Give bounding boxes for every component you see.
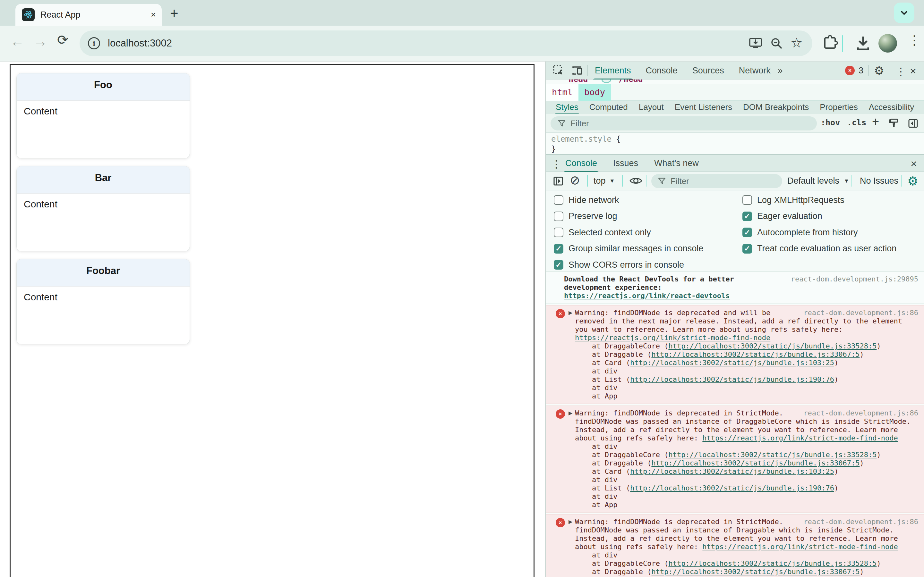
drawer-close-icon[interactable]: × bbox=[911, 157, 917, 170]
extensions-puzzle-icon[interactable] bbox=[821, 34, 838, 51]
drawer-menu-kebab-icon[interactable]: ⋮ bbox=[551, 158, 561, 170]
tab-sources[interactable]: Sources bbox=[692, 66, 724, 76]
message-link[interactable]: https://reactjs.org/link/react-devtools bbox=[564, 292, 730, 300]
styles-filter-input[interactable]: Filter bbox=[551, 116, 817, 131]
checkbox[interactable] bbox=[554, 211, 564, 221]
expand-caret-icon[interactable]: ▶ bbox=[569, 309, 572, 316]
tab-layout[interactable]: Layout bbox=[639, 102, 664, 112]
browser-menu-kebab-icon[interactable]: ⋮ bbox=[908, 33, 921, 47]
message-link[interactable]: http://localhost:3002/static/js/bundle.j… bbox=[651, 350, 859, 358]
checkbox[interactable]: ✓ bbox=[554, 260, 564, 269]
checkbox[interactable]: ✓ bbox=[554, 244, 564, 253]
site-info-icon[interactable]: i bbox=[88, 37, 100, 49]
url-text[interactable]: localhost:3002 bbox=[108, 37, 172, 49]
tab-event-listeners[interactable]: Event Listeners bbox=[675, 102, 732, 112]
sidebar-panel-icon[interactable] bbox=[908, 118, 918, 129]
devtools-settings-gear-icon[interactable]: ⚙ bbox=[874, 64, 884, 77]
error-count[interactable]: 3 bbox=[859, 66, 863, 76]
draggable-card[interactable]: BarContent bbox=[16, 166, 190, 251]
message-line: at div bbox=[575, 492, 918, 501]
expand-caret-icon[interactable]: ▶ bbox=[569, 519, 572, 525]
breadcrumb-body[interactable]: body bbox=[578, 84, 611, 101]
close-tab-icon[interactable]: × bbox=[151, 10, 156, 20]
rendering-brush-icon[interactable] bbox=[889, 118, 899, 129]
console-filter-input[interactable]: Filter bbox=[651, 174, 782, 188]
message-link[interactable]: http://localhost:3002/static/js/bundle.j… bbox=[668, 451, 877, 459]
message-link[interactable]: https://reactjs.org/link/strict-mode-fin… bbox=[702, 434, 898, 442]
dom-tree-clipped-row[interactable]: head /head bbox=[546, 79, 924, 84]
source-location-link[interactable]: react-dom.development.js:86 bbox=[803, 309, 918, 317]
more-tabs-chevron-icon[interactable]: » bbox=[778, 65, 783, 76]
message-link[interactable]: http://localhost:3002/static/js/bundle.j… bbox=[630, 359, 834, 367]
forward-icon[interactable]: → bbox=[33, 33, 47, 49]
device-toolbar-icon[interactable] bbox=[572, 65, 583, 76]
tab-dom-breakpoints[interactable]: DOM Breakpoints bbox=[743, 102, 809, 112]
new-tab-icon[interactable]: + bbox=[170, 5, 178, 21]
message-link[interactable]: http://localhost:3002/static/js/bundle.j… bbox=[651, 568, 859, 576]
card-header[interactable]: Foobar bbox=[17, 259, 190, 287]
log-levels-dropdown[interactable]: Default levels▼ bbox=[787, 176, 849, 186]
card-header[interactable]: Bar bbox=[17, 166, 190, 193]
checkbox[interactable] bbox=[554, 195, 564, 205]
checkbox[interactable]: ✓ bbox=[742, 244, 752, 253]
checkbox[interactable]: ✓ bbox=[742, 227, 752, 237]
install-app-icon[interactable] bbox=[749, 37, 762, 50]
back-icon[interactable]: ← bbox=[10, 33, 24, 49]
zoom-out-icon[interactable] bbox=[770, 37, 783, 50]
tab-styles[interactable]: Styles bbox=[556, 102, 578, 112]
message-link[interactable]: http://localhost:3002/static/js/bundle.j… bbox=[630, 484, 834, 492]
tab-network[interactable]: Network bbox=[739, 66, 771, 76]
message-link[interactable]: http://localhost:3002/static/js/bundle.j… bbox=[668, 342, 877, 350]
card-header[interactable]: Foo bbox=[17, 73, 190, 101]
message-link[interactable]: http://localhost:3002/static/js/bundle.j… bbox=[630, 376, 834, 384]
source-location-link[interactable]: react-dom.development.js:86 bbox=[803, 518, 918, 526]
expand-caret-icon[interactable]: ▶ bbox=[569, 410, 572, 416]
checkbox[interactable]: ✓ bbox=[742, 211, 752, 221]
message-link[interactable]: https://reactjs.org/link/strict-mode-fin… bbox=[702, 543, 898, 551]
message-link[interactable]: https://reactjs.org/link/strict-mode-fin… bbox=[575, 334, 771, 342]
draggable-card[interactable]: FoobarContent bbox=[16, 259, 190, 344]
bookmark-star-icon[interactable]: ☆ bbox=[790, 35, 803, 51]
element-style-rule[interactable]: element.style { } bbox=[546, 133, 924, 154]
url-bar[interactable]: i localhost:3002 ☆ bbox=[79, 31, 813, 56]
console-error-message[interactable]: ×▶react-dom.development.js:86Warning: fi… bbox=[546, 514, 924, 577]
drawer-tab-console[interactable]: Console bbox=[565, 158, 597, 168]
draggable-card[interactable]: FooContent bbox=[16, 73, 190, 158]
console-settings-gear-icon[interactable]: ⚙ bbox=[907, 174, 918, 188]
source-location-link[interactable]: react-dom.development.js:29895 bbox=[791, 275, 918, 284]
checkbox[interactable] bbox=[554, 227, 564, 237]
message-link[interactable]: http://localhost:3002/static/js/bundle.j… bbox=[668, 559, 877, 567]
message-link[interactable]: http://localhost:3002/static/js/bundle.j… bbox=[630, 467, 834, 475]
error-badge-icon[interactable]: × bbox=[845, 66, 855, 75]
downloads-icon[interactable] bbox=[855, 35, 871, 51]
tab-search-chevron-icon[interactable] bbox=[894, 3, 914, 23]
console-error-message[interactable]: ×▶react-dom.development.js:86Warning: fi… bbox=[546, 305, 924, 404]
devtools-menu-kebab-icon[interactable]: ⋮ bbox=[896, 65, 906, 77]
drawer-tab-issues[interactable]: Issues bbox=[613, 158, 638, 168]
toggle-class-button[interactable]: .cls bbox=[847, 118, 866, 127]
breadcrumb-html[interactable]: html bbox=[546, 84, 578, 101]
checkbox[interactable] bbox=[742, 195, 752, 205]
execution-context-selector[interactable]: top▼ bbox=[594, 176, 615, 186]
console-sidebar-icon[interactable] bbox=[553, 176, 564, 186]
tab-properties[interactable]: Properties bbox=[820, 102, 858, 112]
message-link[interactable]: http://localhost:3002/static/js/bundle.j… bbox=[651, 459, 859, 467]
source-location-link[interactable]: react-dom.development.js:86 bbox=[803, 409, 918, 417]
live-expression-eye-icon[interactable] bbox=[630, 176, 642, 185]
clear-console-icon[interactable]: ⊘ bbox=[570, 173, 580, 187]
tab-elements[interactable]: Elements bbox=[595, 66, 631, 76]
inspect-element-icon[interactable] bbox=[553, 65, 564, 76]
drawer-tab-what-s-new[interactable]: What's new bbox=[654, 158, 699, 168]
profile-avatar[interactable] bbox=[879, 34, 897, 53]
new-style-rule-button[interactable]: + bbox=[872, 115, 879, 129]
toggle-hover-state-button[interactable]: :hov bbox=[821, 118, 840, 127]
devtools-close-icon[interactable]: × bbox=[910, 65, 916, 77]
tab-console[interactable]: Console bbox=[646, 66, 678, 76]
tab-accessibility[interactable]: Accessibility bbox=[869, 102, 914, 112]
console-log-message[interactable]: react-dom.development.js:29895Download t… bbox=[546, 272, 924, 303]
tab-computed[interactable]: Computed bbox=[590, 102, 628, 112]
browser-tab[interactable]: React App × bbox=[15, 4, 162, 26]
reload-icon[interactable]: ⟳ bbox=[57, 32, 68, 48]
issues-status[interactable]: No Issues bbox=[860, 176, 898, 186]
console-error-message[interactable]: ×▶react-dom.development.js:86Warning: fi… bbox=[546, 406, 924, 513]
